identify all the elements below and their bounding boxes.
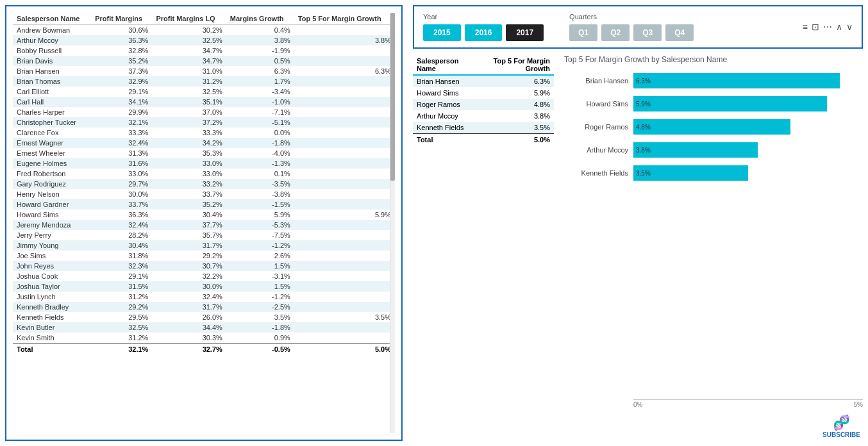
- quarter-button-Q3[interactable]: Q3: [633, 24, 662, 41]
- cell: 29.1%: [91, 87, 152, 97]
- bar-row: Howard Sims5.9%: [564, 94, 863, 114]
- bar-value: 3.8%: [636, 147, 651, 154]
- bar-fill: 5.9%: [633, 96, 827, 112]
- bar-label: Arthur Mccoy: [564, 146, 628, 154]
- cell: 31.7%: [152, 240, 226, 251]
- cell: 32.4%: [152, 292, 226, 302]
- cell: -3.4%: [226, 87, 294, 97]
- salesperson-name: Carl Hall: [13, 97, 91, 107]
- grid-icon[interactable]: ⊡: [812, 22, 819, 32]
- cell: 29.2%: [152, 251, 226, 261]
- cell: [294, 107, 395, 117]
- cell: 32.4%: [91, 220, 152, 230]
- cell: 31.2%: [91, 292, 152, 302]
- cell: 31.7%: [152, 302, 226, 312]
- cell: 32.3%: [91, 261, 152, 271]
- cell: [294, 199, 395, 210]
- salesperson-name: Bobby Russell: [13, 45, 91, 56]
- salesperson-name: Christopher Tucker: [13, 117, 91, 128]
- summary-footer-value: 5.0%: [478, 134, 554, 146]
- cell: 34.7%: [152, 45, 226, 56]
- cell: 32.9%: [91, 76, 152, 87]
- cell: -4.0%: [226, 148, 294, 158]
- more-icon[interactable]: ⋯: [823, 22, 832, 32]
- table-row: Joshua Cook29.1%32.2%-3.1%: [13, 271, 395, 281]
- cell: 3.5%: [294, 312, 395, 322]
- cell: -5.3%: [226, 220, 294, 230]
- bar-value: 5.9%: [636, 101, 651, 108]
- quarters-label: Quarters: [569, 13, 694, 21]
- cell: 0.4%: [226, 25, 294, 36]
- year-buttons: 201520162017: [423, 24, 544, 41]
- cell: 35.2%: [152, 199, 226, 210]
- cell: -3.8%: [226, 189, 294, 199]
- salesperson-name: Justin Lynch: [13, 292, 91, 302]
- cell: 31.0%: [152, 66, 226, 76]
- cell: [294, 230, 395, 240]
- subscribe-area: 🧬 SUBSCRIBE: [413, 415, 863, 441]
- cell: [294, 251, 395, 261]
- table-row: Brian Thomas32.9%31.2%1.7%: [13, 76, 395, 87]
- year-button-2016[interactable]: 2016: [465, 24, 503, 41]
- chevron-up-icon[interactable]: ∧: [836, 22, 842, 32]
- cell: [294, 56, 395, 66]
- cell: 36.3%: [91, 35, 152, 45]
- cell: [294, 25, 395, 36]
- chevron-down-icon[interactable]: ∨: [846, 22, 853, 32]
- scrollbar-thumb[interactable]: [390, 13, 395, 181]
- cell: 35.2%: [91, 56, 152, 66]
- table-row: Joshua Taylor31.5%30.0%1.5%: [13, 281, 395, 292]
- table-row: Jimmy Young30.4%31.7%-1.2%: [13, 240, 395, 251]
- chart-x-axis: 0% 5%: [633, 399, 863, 408]
- bar-fill: 3.8%: [633, 142, 758, 158]
- cell: 30.4%: [91, 240, 152, 251]
- cell: 37.3%: [91, 66, 152, 76]
- vertical-scrollbar[interactable]: [390, 13, 395, 433]
- table-row: Andrew Bowman30.6%30.2%0.4%: [13, 25, 395, 36]
- chart-area: Brian Hansen6.3%Howard Sims5.9%Roger Ram…: [564, 70, 863, 399]
- cell: 3.8%: [226, 35, 294, 45]
- cell: -1.3%: [226, 158, 294, 169]
- summary-value: 6.3%: [478, 75, 554, 87]
- salesperson-name: Jimmy Young: [13, 240, 91, 251]
- bar-label: Howard Sims: [564, 100, 628, 108]
- cell: 31.6%: [91, 158, 152, 169]
- summary-panel: Salesperson Name Top 5 For Margin Growth…: [413, 55, 554, 408]
- summary-value: 3.5%: [478, 122, 554, 134]
- cell: 33.2%: [152, 179, 226, 189]
- table-row: Christopher Tucker32.1%37.2%-5.1%: [13, 117, 395, 128]
- salesperson-name: Ernest Wagner: [13, 138, 91, 148]
- cell: 31.8%: [91, 251, 152, 261]
- year-button-2017[interactable]: 2017: [506, 24, 544, 41]
- year-button-2015[interactable]: 2015: [423, 24, 461, 41]
- bar-label: Brian Hansen: [564, 77, 628, 85]
- bar-row: Kenneth Fields3.5%: [564, 163, 863, 183]
- quarter-button-Q1[interactable]: Q1: [569, 24, 597, 41]
- quarter-button-Q2[interactable]: Q2: [601, 24, 630, 41]
- left-data-panel: Salesperson Name Profit Margins Profit M…: [5, 5, 403, 441]
- table-row: John Reyes32.3%30.7%1.5%: [13, 261, 395, 271]
- col-header-name: Salesperson Name: [13, 13, 91, 25]
- cell: [294, 117, 395, 128]
- quarter-button-Q4[interactable]: Q4: [665, 24, 694, 41]
- x-axis-label-5: 5%: [854, 401, 863, 408]
- year-filter-group: Year 201520162017: [423, 13, 544, 41]
- cell: 2.6%: [226, 251, 294, 261]
- summary-table: Salesperson Name Top 5 For Margin Growth…: [413, 55, 554, 145]
- subscribe-button[interactable]: 🧬 SUBSCRIBE: [822, 415, 860, 438]
- table-row: Henry Nelson30.0%33.7%-3.8%: [13, 189, 395, 199]
- cell: 26.0%: [152, 312, 226, 322]
- cell: 33.7%: [152, 189, 226, 199]
- salesperson-name: Clarence Fox: [13, 128, 91, 138]
- cell: 29.2%: [91, 302, 152, 312]
- cell: 30.6%: [91, 25, 152, 36]
- cell: 36.3%: [91, 210, 152, 220]
- cell: [294, 128, 395, 138]
- cell: 29.5%: [91, 312, 152, 322]
- cell: [294, 322, 395, 333]
- bar-value: 4.8%: [636, 124, 651, 131]
- summary-footer-label: Total: [413, 134, 478, 146]
- summary-col-top5: Top 5 For Margin Growth: [478, 55, 554, 75]
- table-row: Fred Robertson33.0%33.0%0.1%: [13, 169, 395, 179]
- menu-icon[interactable]: ≡: [803, 22, 808, 32]
